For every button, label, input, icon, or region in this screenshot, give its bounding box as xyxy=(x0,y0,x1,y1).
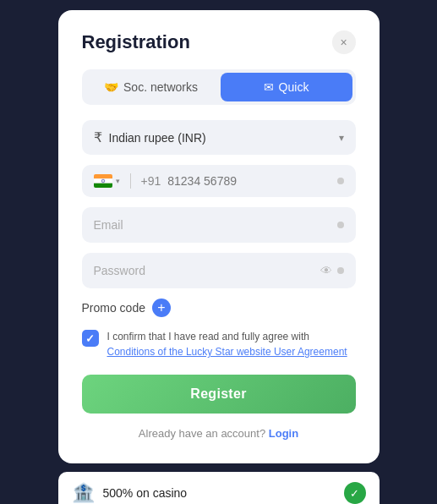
rupee-icon: ₹ xyxy=(94,129,102,145)
password-dot-button[interactable] xyxy=(337,267,344,274)
banner-casino-text: 500% on casino xyxy=(103,486,188,500)
casino-icon: 🏦 xyxy=(72,482,95,504)
modal-title: Registration xyxy=(82,31,190,53)
soc-network-icon: 🤝 xyxy=(104,80,118,94)
chevron-down-icon: ▾ xyxy=(339,132,344,144)
phone-input[interactable] xyxy=(167,174,330,188)
checkbox-check-icon: ✓ xyxy=(85,332,95,345)
login-prompt-text: Already have an account? xyxy=(139,427,265,440)
promo-plus-button[interactable]: + xyxy=(152,299,171,317)
banners-container: 🏦 500% on casino ✓ 🔄 Up to 30% cashback … xyxy=(58,472,380,504)
svg-point-4 xyxy=(102,181,103,182)
india-flag-icon xyxy=(94,174,112,188)
banner-casino-left: 🏦 500% on casino xyxy=(72,482,188,504)
email-input[interactable] xyxy=(94,218,337,232)
eye-icon[interactable]: 👁 xyxy=(320,264,332,277)
tabs-container: 🤝 Soc. networks ✉ Quick xyxy=(82,69,356,105)
agree-checkbox[interactable]: ✓ xyxy=(82,330,99,347)
register-button[interactable]: Register xyxy=(82,375,356,414)
agree-text: I confirm that I have read and fully agr… xyxy=(107,329,356,359)
currency-label: Indian rupee (INR) xyxy=(109,131,206,145)
flag-chevron-icon: ▾ xyxy=(116,177,120,185)
phone-input-row: ▾ +91 xyxy=(82,165,356,197)
registration-modal: Registration × 🤝 Soc. networks ✉ Quick ₹… xyxy=(58,10,380,463)
close-button[interactable]: × xyxy=(332,30,356,54)
phone-code: +91 xyxy=(141,174,161,188)
agree-link[interactable]: Conditions of the Lucky Star website Use… xyxy=(107,346,347,358)
svg-rect-0 xyxy=(94,174,112,178)
tab-quick-label: Quick xyxy=(279,80,309,94)
tab-soc-networks-label: Soc. networks xyxy=(123,80,198,94)
phone-dot-button[interactable] xyxy=(337,178,344,184)
casino-check-icon: ✓ xyxy=(344,482,366,504)
currency-select[interactable]: ₹ Indian rupee (INR) ▾ xyxy=(82,120,356,155)
currency-left: ₹ Indian rupee (INR) xyxy=(94,129,206,145)
promo-row: Promo code + xyxy=(82,299,356,317)
banner-casino: 🏦 500% on casino ✓ xyxy=(58,472,380,504)
password-input[interactable] xyxy=(94,264,320,277)
tab-quick[interactable]: ✉ Quick xyxy=(221,73,352,101)
email-input-row xyxy=(82,207,356,243)
phone-divider xyxy=(130,173,131,189)
flag-dropdown[interactable]: ▾ xyxy=(94,174,120,188)
password-input-row: 👁 xyxy=(82,253,356,288)
agree-row: ✓ I confirm that I have read and fully a… xyxy=(82,329,356,359)
agree-prefix: I confirm that I have read and fully agr… xyxy=(107,331,309,342)
svg-rect-2 xyxy=(94,184,112,188)
email-dot-button[interactable] xyxy=(337,222,344,228)
quick-icon: ✉ xyxy=(264,80,274,94)
login-row: Already have an account? Login xyxy=(82,427,356,440)
login-link[interactable]: Login xyxy=(269,427,298,440)
modal-wrapper: Registration × 🤝 Soc. networks ✉ Quick ₹… xyxy=(0,0,437,504)
promo-label: Promo code xyxy=(82,301,145,315)
tab-soc-networks[interactable]: 🤝 Soc. networks xyxy=(85,73,217,101)
modal-header: Registration × xyxy=(82,30,356,54)
